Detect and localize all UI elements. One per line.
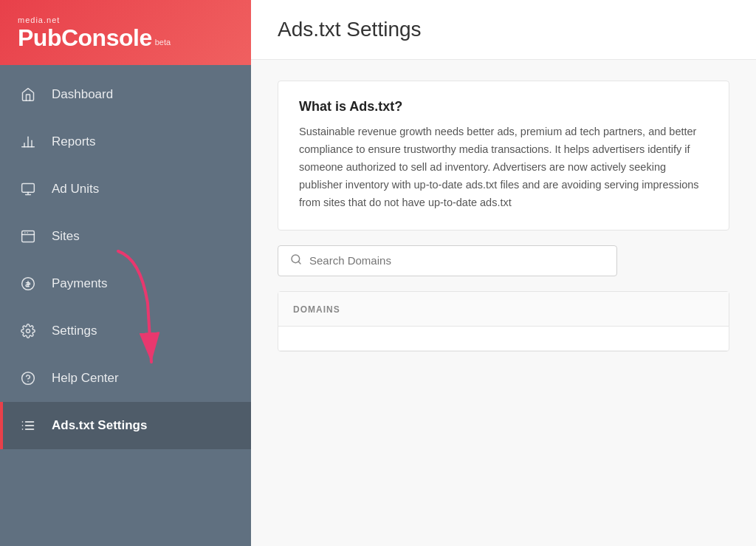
page-header: Ads.txt Settings (251, 0, 756, 60)
sidebar-item-settings[interactable]: Settings (0, 307, 251, 355)
main-content: Ads.txt Settings What is Ads.txt? Sustai… (251, 0, 756, 546)
sidebar-item-reports[interactable]: Reports (0, 118, 251, 165)
sidebar: media.net PubConsole beta Dashboard (0, 0, 251, 546)
gear-icon (18, 321, 38, 341)
sidebar-item-payments[interactable]: Payments (0, 260, 251, 307)
sidebar-item-help-center[interactable]: Help Center (0, 355, 251, 402)
svg-rect-4 (22, 184, 35, 193)
domains-header-label: DOMAINS (293, 304, 340, 315)
search-input-wrapper[interactable] (278, 245, 617, 276)
page-title: Ads.txt Settings (278, 18, 729, 41)
dollar-icon (18, 273, 38, 294)
cursor-icon (18, 179, 38, 199)
svg-point-12 (22, 372, 35, 385)
domains-header: DOMAINS (278, 292, 729, 327)
beta-label: beta (155, 38, 171, 47)
sidebar-item-dashboard[interactable]: Dashboard (0, 71, 251, 118)
browser-icon (18, 226, 38, 247)
sidebar-item-ad-units[interactable]: Ad Units (0, 165, 251, 213)
search-icon (290, 253, 302, 268)
domains-section: DOMAINS (278, 291, 729, 352)
info-card-text: Sustainable revenue growth needs better … (299, 123, 708, 212)
search-container (278, 245, 729, 276)
sidebar-item-dashboard-label: Dashboard (52, 87, 113, 102)
list-icon (18, 415, 38, 436)
sidebar-item-help-center-label: Help Center (52, 371, 119, 386)
content-area: What is Ads.txt? Sustainable revenue gro… (251, 60, 756, 546)
domains-row (278, 327, 729, 351)
sidebar-item-payments-label: Payments (52, 276, 108, 291)
svg-point-11 (27, 330, 30, 333)
sidebar-header: media.net PubConsole beta (0, 0, 251, 65)
sidebar-item-sites-label: Sites (52, 229, 80, 244)
help-icon (18, 368, 38, 389)
sidebar-item-ads-txt-label: Ads.txt Settings (52, 418, 147, 433)
sidebar-item-ads-txt[interactable]: Ads.txt Settings (0, 402, 251, 449)
media-net-label: media.net (18, 16, 60, 24)
sidebar-item-sites[interactable]: Sites (0, 213, 251, 260)
sidebar-nav: Dashboard Reports Ad Units (0, 65, 251, 546)
pubconsole-label: PubConsole (18, 26, 152, 50)
bar-chart-icon (18, 132, 38, 152)
svg-rect-5 (22, 231, 35, 242)
sidebar-item-reports-label: Reports (52, 134, 96, 149)
sidebar-item-ad-units-label: Ad Units (52, 182, 99, 197)
info-card-title: What is Ads.txt? (299, 99, 708, 115)
info-card: What is Ads.txt? Sustainable revenue gro… (278, 81, 729, 231)
home-icon (18, 84, 38, 105)
search-input[interactable] (309, 254, 605, 267)
sidebar-item-settings-label: Settings (52, 324, 97, 338)
svg-line-22 (298, 262, 300, 264)
